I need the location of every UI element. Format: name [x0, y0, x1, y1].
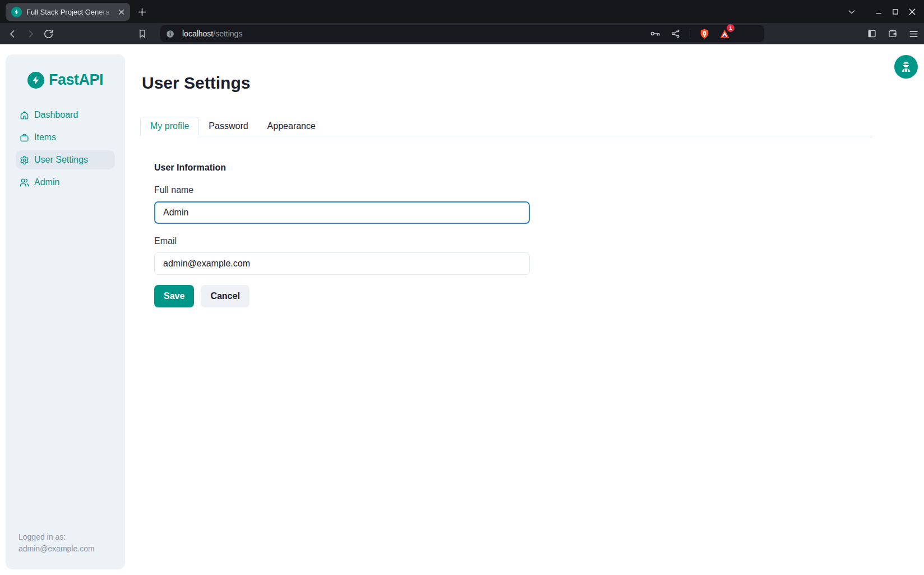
sidebar: FastAPI Dashboard Items User Settings A [6, 54, 125, 569]
window-controls [843, 0, 921, 23]
profile-panel: User Information Full name Email Save Ca… [154, 163, 530, 307]
browser-window: Full Stack Project Genera [0, 0, 924, 575]
fastapi-logo-text: FastAPI [49, 71, 103, 89]
logged-in-info: Logged in as: admin@example.com [19, 531, 95, 555]
url-text: localhost/settings [182, 29, 649, 38]
page-content: FastAPI Dashboard Items User Settings A [0, 44, 924, 575]
main-content: User Settings My profile Password Appear… [133, 44, 872, 307]
save-button[interactable]: Save [154, 285, 194, 307]
fastapi-logo-icon [27, 72, 44, 89]
form-actions: Save Cancel [154, 285, 530, 307]
email-label: Email [154, 236, 530, 246]
tab-close-icon[interactable] [117, 7, 126, 16]
brave-rewards-icon[interactable]: 1 [718, 27, 731, 40]
section-title: User Information [154, 163, 530, 173]
settings-tabs: My profile Password Appearance [140, 117, 872, 136]
user-astronaut-icon [899, 60, 913, 73]
wallet-icon[interactable] [886, 26, 899, 42]
logged-in-label: Logged in as: [19, 531, 95, 543]
rewards-badge: 1 [727, 24, 734, 32]
bookmark-icon[interactable] [135, 26, 150, 42]
sidebar-item-label: Admin [34, 177, 59, 187]
url-path: /settings [213, 29, 242, 38]
key-icon[interactable] [649, 27, 662, 40]
sidebar-item-dashboard[interactable]: Dashboard [16, 105, 115, 125]
sidebar-item-label: Items [34, 132, 56, 142]
sidebar-nav: Dashboard Items User Settings Admin [16, 105, 115, 192]
sidebar-item-items[interactable]: Items [16, 128, 115, 147]
sidebar-item-label: Dashboard [34, 110, 78, 120]
toolbar-right-actions [865, 23, 920, 44]
tab-password[interactable]: Password [199, 117, 257, 136]
page-title: User Settings [142, 73, 872, 93]
sidebar-panel-icon[interactable] [865, 26, 879, 42]
brave-shield-icon[interactable] [698, 27, 710, 40]
window-minimize-button[interactable] [870, 3, 887, 20]
tab-search-icon[interactable] [843, 3, 860, 20]
url-bar[interactable]: localhost/settings 1 [160, 25, 764, 42]
sidebar-item-admin[interactable]: Admin [16, 173, 115, 192]
users-icon [20, 178, 29, 187]
cancel-button[interactable]: Cancel [201, 285, 249, 307]
tab-title: Full Stack Project Genera [26, 8, 117, 16]
gear-icon [20, 155, 29, 165]
toolbar-separator [690, 29, 690, 39]
sidebar-item-user-settings[interactable]: User Settings [16, 150, 115, 169]
user-avatar-button[interactable] [894, 55, 918, 79]
tab-appearance[interactable]: Appearance [258, 117, 325, 136]
reload-button-icon[interactable] [40, 26, 56, 42]
fastapi-favicon-icon [11, 7, 22, 17]
url-bar-actions: 1 [649, 27, 731, 40]
sidebar-item-label: User Settings [34, 155, 88, 165]
briefcase-icon [20, 133, 29, 142]
forward-button-icon[interactable] [22, 26, 38, 42]
full-name-label: Full name [154, 185, 530, 195]
share-icon[interactable] [669, 27, 682, 40]
window-maximize-button[interactable] [887, 3, 904, 20]
tab-strip: Full Stack Project Genera [0, 0, 924, 23]
url-host: localhost [182, 29, 213, 38]
menu-icon[interactable] [907, 26, 920, 42]
new-tab-button[interactable] [136, 6, 148, 18]
full-name-input[interactable] [154, 201, 530, 224]
browser-tab[interactable]: Full Stack Project Genera [6, 3, 130, 21]
back-button-icon[interactable] [4, 26, 20, 42]
home-icon [20, 111, 29, 120]
site-info-icon[interactable] [165, 29, 175, 39]
window-close-button[interactable] [904, 3, 921, 20]
fastapi-logo: FastAPI [6, 71, 125, 89]
email-input[interactable] [154, 252, 530, 275]
tab-my-profile[interactable]: My profile [140, 117, 199, 136]
logged-in-email: admin@example.com [19, 543, 95, 555]
